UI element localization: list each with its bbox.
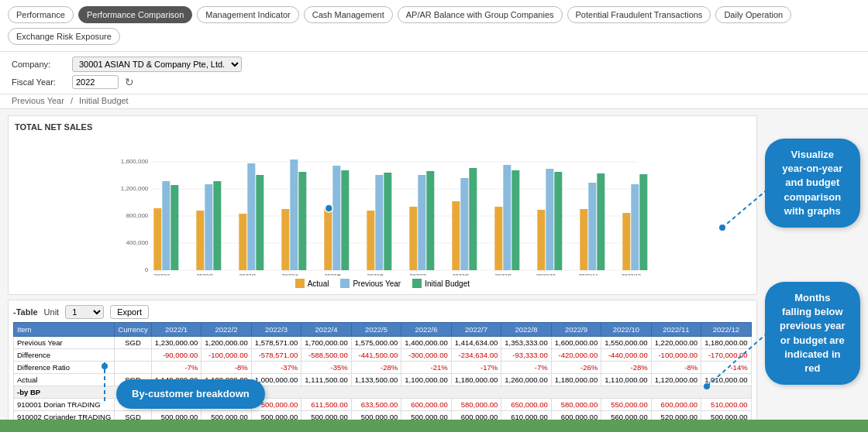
row-item: Difference [14, 349, 115, 362]
svg-text:2022/11: 2022/11 [579, 273, 598, 276]
svg-text:2022/8: 2022/8 [453, 273, 470, 276]
cell: 1,230,000.00 [151, 337, 201, 349]
svg-rect-30 [367, 211, 374, 270]
svg-text:800,000: 800,000 [126, 212, 148, 219]
svg-rect-31 [375, 175, 383, 270]
cell: 1,133,500.00 [351, 374, 401, 386]
legend-initial-budget: Initial Budget [412, 279, 470, 288]
tab-exchange-risk[interactable]: Exchange Risk Exposure [8, 28, 120, 45]
tab-management-indicator[interactable]: Management Indicator [197, 6, 298, 23]
svg-rect-51 [588, 183, 596, 270]
cell: -7% [501, 362, 551, 374]
svg-rect-46 [537, 210, 545, 270]
cell: 1,200,000.00 [202, 337, 251, 349]
chart-legend: Actual Previous Year Initial Budget [15, 279, 750, 288]
tab-daily-operation[interactable]: Daily Operation [715, 6, 791, 23]
cell: -90,000.00 [151, 349, 201, 362]
svg-rect-38 [452, 201, 460, 270]
company-select[interactable]: 30001 ASIAN TD & Company Pte, Ltd. [72, 57, 242, 72]
tab-apar-balance[interactable]: AP/AR Balance with Group Companies [398, 6, 563, 23]
table-label: -Table [13, 307, 38, 317]
col-2022-7: 2022/7 [451, 323, 501, 337]
bottom-bar [0, 420, 868, 432]
svg-line-59 [722, 185, 773, 228]
unit-label: Unit [44, 307, 60, 317]
cell: 1,414,634.00 [451, 337, 501, 349]
export-button[interactable]: Export [110, 305, 149, 319]
svg-rect-26 [324, 208, 332, 270]
col-2022-5: 2022/5 [351, 323, 401, 337]
cell: 611,500.00 [301, 399, 351, 411]
svg-rect-40 [469, 168, 477, 270]
callout-customer-breakdown: By-customer breakdown [116, 379, 265, 409]
svg-rect-14 [196, 211, 204, 270]
legend-budget-label: Initial Budget [425, 279, 470, 288]
table-row: Previous Year SGD 1,230,000.00 1,200,000… [14, 337, 752, 349]
svg-rect-23 [290, 159, 298, 270]
row-currency [115, 349, 152, 362]
legend-previous-year: Previous Year [340, 279, 401, 288]
svg-rect-56 [639, 174, 647, 270]
cell: 650,000.00 [501, 399, 551, 411]
svg-rect-18 [239, 214, 246, 270]
cell: 1,578,571.00 [251, 337, 301, 349]
chart-container: TOTAL NET SALES 0 400,000 800,000 1,200,… [8, 115, 757, 295]
breadcrumb-initial-budget[interactable]: Initial Budget [79, 96, 129, 105]
cell: -441,500.00 [351, 349, 401, 362]
tab-performance[interactable]: Performance [8, 6, 74, 23]
svg-point-58 [325, 204, 332, 212]
company-label: Company: [12, 60, 66, 69]
cell: 1,110,000.00 [601, 374, 651, 386]
cell: 1,220,000.00 [651, 337, 701, 349]
tab-fraudulent[interactable]: Potential Fraudulent Transactions [567, 6, 711, 23]
col-2022-8: 2022/8 [501, 323, 551, 337]
col-2022-6: 2022/6 [401, 323, 451, 337]
cell: -8% [651, 362, 701, 374]
cell: 580,000.00 [451, 399, 501, 411]
breadcrumb-previous-year[interactable]: Previous Year [12, 96, 64, 105]
cell: -100,000.00 [651, 349, 701, 362]
cell: 633,500.00 [351, 399, 401, 411]
cell: -28% [601, 362, 651, 374]
svg-text:2022/5: 2022/5 [325, 273, 342, 276]
cell: -26% [551, 362, 601, 374]
col-item: Item [14, 323, 115, 337]
svg-text:2022/6: 2022/6 [367, 273, 384, 276]
svg-rect-24 [298, 172, 306, 270]
cell: -300,000.00 [401, 349, 451, 362]
svg-text:0: 0 [145, 266, 149, 273]
svg-rect-22 [281, 209, 289, 270]
svg-line-61 [707, 328, 773, 386]
col-2022-2: 2022/2 [202, 323, 251, 337]
svg-rect-19 [247, 163, 255, 270]
cell: 600,000.00 [401, 399, 451, 411]
cell: 1,120,000.00 [651, 374, 701, 386]
col-2022-11: 2022/11 [651, 323, 701, 337]
cell: 510,000.00 [701, 399, 751, 411]
tab-cash-management[interactable]: Cash Management [304, 6, 393, 23]
cell: -440,000.00 [601, 349, 651, 362]
svg-rect-20 [256, 175, 264, 270]
refresh-icon[interactable]: ↻ [125, 76, 134, 88]
cell: 550,000.00 [601, 399, 651, 411]
cell: -93,333.00 [501, 349, 551, 362]
cell: -17% [451, 362, 501, 374]
cell: 1,180,000.00 [551, 374, 601, 386]
svg-text:2022/9: 2022/9 [495, 273, 512, 276]
legend-actual: Actual [295, 279, 329, 288]
svg-rect-44 [512, 170, 519, 270]
unit-select[interactable]: 1 [65, 305, 104, 319]
col-2022-3: 2022/3 [251, 323, 301, 337]
cell: -21% [401, 362, 451, 374]
tab-performance-comparison[interactable]: Performance Comparison [78, 6, 192, 23]
col-2022-4: 2022/4 [301, 323, 351, 337]
fiscal-year-label: Fiscal Year: [12, 77, 66, 87]
svg-text:2022/12: 2022/12 [622, 273, 641, 276]
callout-graph-comparison: Visualize year-on-year and budget compar… [765, 139, 860, 228]
svg-rect-54 [622, 213, 630, 270]
svg-text:2022/1: 2022/1 [154, 273, 171, 276]
svg-rect-35 [418, 175, 425, 270]
svg-rect-47 [546, 169, 553, 270]
fiscal-year-input[interactable] [72, 75, 119, 89]
cell: 1,111,500.00 [301, 374, 351, 386]
